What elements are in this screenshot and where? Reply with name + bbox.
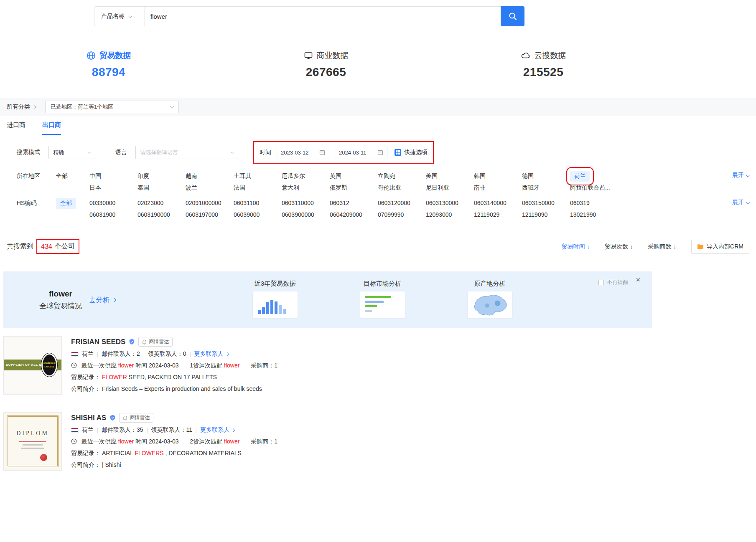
- hs-chip[interactable]: 060319: [570, 198, 590, 209]
- search-input[interactable]: [145, 7, 501, 26]
- hs-chip[interactable]: 0603197000: [186, 209, 218, 220]
- dont-remind-checkbox[interactable]: [598, 280, 604, 285]
- hs-chip[interactable]: 0603130000: [426, 198, 458, 209]
- shipment-match: 2货运次匹配: [190, 438, 222, 445]
- region-chip[interactable]: 波兰: [186, 182, 197, 193]
- all-categories-breadcrumb[interactable]: 所有分类: [7, 103, 36, 111]
- region-chip[interactable]: 厄瓜多尔: [282, 170, 305, 182]
- hs-chip[interactable]: 00330000: [89, 198, 115, 209]
- search-category-dropdown[interactable]: 产品名称: [94, 7, 145, 26]
- hs-chip[interactable]: 0603120000: [378, 198, 410, 209]
- bell-icon: [142, 339, 147, 344]
- region-chip[interactable]: 英国: [330, 170, 341, 182]
- import-crm-button[interactable]: 导入内部CRM: [691, 240, 749, 254]
- company-name[interactable]: SHISHI AS: [71, 414, 106, 422]
- hs-chip[interactable]: 02023000: [137, 198, 163, 209]
- region-chip[interactable]: 阿拉伯联合酋...: [570, 182, 610, 193]
- go-analyze-link[interactable]: 去分析: [89, 295, 116, 305]
- hs-chip[interactable]: 0603900000: [282, 209, 314, 220]
- more-contacts-link[interactable]: 更多联系人: [194, 350, 229, 358]
- tab-exporter[interactable]: 出口商: [42, 116, 61, 135]
- supply-row: 最近一次供应 flower 时间 2024-03-03 1货运次匹配 flowe…: [71, 362, 277, 370]
- hs-chip[interactable]: 12119029: [474, 209, 499, 220]
- hs-chip[interactable]: 0603140000: [474, 198, 507, 209]
- sort-trade-time[interactable]: 贸易时间 ↓: [562, 243, 590, 251]
- region-chip[interactable]: 南非: [474, 182, 486, 193]
- search-button[interactable]: [501, 6, 524, 26]
- hs-chip[interactable]: 0603110000: [282, 198, 314, 209]
- grid-icon: [395, 149, 401, 156]
- sort-trade-count[interactable]: 贸易次数 ↓: [605, 243, 633, 251]
- divider: [190, 352, 191, 357]
- region-chip[interactable]: 印度: [137, 170, 149, 182]
- hs-expand-link[interactable]: 展开: [732, 199, 749, 206]
- certificate-lines: [8, 441, 57, 449]
- region-chip[interactable]: 尼日利亚: [426, 182, 449, 193]
- region-chip[interactable]: 中国: [89, 170, 101, 182]
- region-chip[interactable]: 美国: [426, 170, 438, 182]
- map-thumbnail: [468, 291, 512, 318]
- region-chip[interactable]: 西班牙: [522, 182, 540, 193]
- company-logo[interactable]: SUPPLIER OF ALL SEEDS FLOWER BULB EXPERT…: [3, 336, 62, 395]
- language-select[interactable]: 请选择翻译语言: [135, 146, 238, 159]
- hs-chip[interactable]: 0603190000: [137, 209, 170, 220]
- red-seal-icon: [40, 454, 47, 461]
- region-chip-selected-netherlands[interactable]: 荷兰: [570, 171, 590, 182]
- more-contacts-link[interactable]: 更多联系人: [200, 426, 234, 434]
- hs-chip[interactable]: 0603150000: [522, 198, 555, 209]
- region-chip[interactable]: 哥伦比亚: [378, 182, 401, 193]
- hs-chip[interactable]: 12093000: [426, 209, 452, 220]
- hs-chip[interactable]: 13021990: [570, 209, 596, 220]
- business-radar-badge[interactable]: 商情雷达: [138, 337, 173, 347]
- calendar-icon: [377, 149, 383, 155]
- hs-chip[interactable]: 06031100: [234, 198, 259, 209]
- date-from-input[interactable]: 2023-03-12: [277, 146, 329, 159]
- company-name[interactable]: FRISIAN SEEDS: [71, 338, 125, 346]
- region-expand-link[interactable]: 展开: [732, 172, 749, 179]
- hs-chip[interactable]: 0604209000: [330, 209, 362, 220]
- hs-chip[interactable]: 060312: [330, 198, 349, 209]
- region-chip[interactable]: 土耳其: [234, 170, 251, 182]
- region-chip-all[interactable]: 全部: [56, 170, 68, 182]
- stat-cloud-data[interactable]: 云搜数据 215525: [435, 50, 652, 79]
- divider: [97, 428, 98, 433]
- region-chip[interactable]: 俄罗斯: [330, 182, 347, 193]
- stat-business-data[interactable]: 商业数据 267665: [217, 50, 435, 79]
- origin-analysis-chart-card[interactable]: 原产地分析: [465, 280, 515, 318]
- region-chip[interactable]: 法国: [234, 182, 245, 193]
- selected-region-dropdown[interactable]: 已选地区：荷兰等1个地区: [45, 101, 179, 113]
- stat-trade-data[interactable]: 贸易数据 88794: [0, 50, 217, 79]
- hs-chip-all[interactable]: 全部: [56, 198, 76, 209]
- hbar-chart-thumbnail: [360, 291, 405, 318]
- region-chip[interactable]: 泰国: [137, 182, 149, 193]
- banner-close-icon[interactable]: ×: [636, 276, 640, 284]
- hs-chip[interactable]: 02091000000: [186, 198, 221, 209]
- hs-chip[interactable]: 12119090: [522, 209, 547, 220]
- hs-chip[interactable]: 06031900: [89, 209, 115, 220]
- trade-data-chart-card[interactable]: 近3年贸易数据: [250, 280, 300, 318]
- hs-chip[interactable]: 07099990: [378, 209, 404, 220]
- chevron-down-icon: [231, 150, 234, 153]
- business-radar-badge[interactable]: 商情雷达: [119, 413, 153, 423]
- sort-buyer-count[interactable]: 采购商数 ↓: [648, 243, 677, 251]
- search-mode-label: 搜索模式: [17, 149, 40, 156]
- chevron-right-icon: [112, 298, 117, 302]
- date-from-value: 2023-03-12: [281, 149, 309, 156]
- divider: [184, 439, 184, 444]
- trade-record-keyword: FLOWER: [102, 374, 127, 380]
- region-chip[interactable]: 立陶宛: [378, 170, 395, 182]
- region-chip[interactable]: 日本: [89, 182, 101, 193]
- region-chip[interactable]: 韩国: [474, 170, 486, 182]
- hs-chip[interactable]: 06039000: [234, 209, 260, 220]
- dont-remind-control[interactable]: 不再提醒: [598, 279, 629, 286]
- search-mode-select[interactable]: 精确: [48, 146, 95, 159]
- target-market-chart-card[interactable]: 目标市场分析: [357, 280, 407, 318]
- company-country: 荷兰: [82, 426, 94, 434]
- region-chip[interactable]: 德国: [522, 170, 534, 182]
- tab-importer[interactable]: 进口商: [7, 116, 25, 135]
- region-chip[interactable]: 意大利: [282, 182, 299, 193]
- company-logo[interactable]: DIPLOM: [3, 412, 62, 471]
- region-chip[interactable]: 越南: [186, 170, 197, 182]
- date-to-input[interactable]: 2024-03-11: [335, 146, 387, 159]
- quick-options-button[interactable]: 快捷选项: [395, 149, 428, 156]
